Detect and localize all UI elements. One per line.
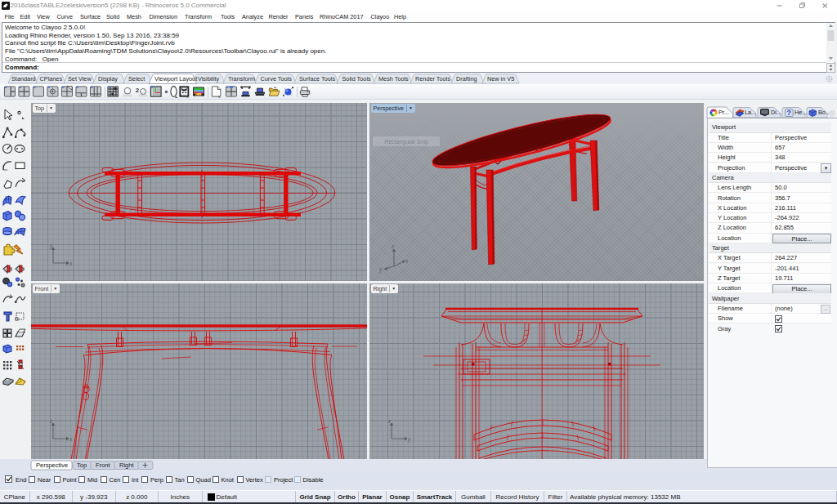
svg-text:Surface Tools: Surface Tools — [299, 75, 335, 83]
svg-text:x: x — [69, 261, 73, 266]
svg-text:z: z — [391, 243, 395, 249]
svg-text:Perspective: Perspective — [36, 462, 68, 469]
svg-text:Set View: Set View — [68, 75, 92, 83]
svg-text:y: y — [407, 436, 411, 443]
svg-text:Transform: Transform — [228, 75, 255, 83]
svg-text:Solid Tools: Solid Tools — [342, 75, 372, 83]
svg-text:Standard: Standard — [11, 75, 36, 83]
svg-text:Right: Right — [119, 462, 134, 469]
svg-text:La...: La... — [745, 109, 756, 116]
svg-text:Select: Select — [128, 75, 145, 83]
svg-text:x: x — [69, 436, 73, 442]
svg-text:Pr...: Pr... — [718, 109, 729, 116]
svg-text:?: ? — [786, 109, 790, 117]
svg-text:z: z — [387, 418, 392, 424]
svg-text:New in V5: New in V5 — [487, 75, 514, 83]
svg-text:He...: He... — [794, 109, 807, 116]
svg-text:Front: Front — [96, 462, 110, 469]
svg-text:Display: Display — [98, 75, 118, 83]
svg-text:Mesh Tools: Mesh Tools — [378, 75, 409, 83]
svg-text:z: z — [49, 418, 53, 424]
svg-text:CPlanes: CPlanes — [40, 75, 63, 83]
svg-text:Visibility: Visibility — [198, 75, 220, 83]
svg-text:x: x — [405, 258, 409, 264]
svg-text:Viewport Layout: Viewport Layout — [154, 75, 197, 83]
svg-text:Drafting: Drafting — [456, 75, 477, 83]
svg-text:Di...: Di... — [771, 109, 781, 116]
svg-text:2: 2 — [136, 87, 140, 94]
svg-text:Render Tools: Render Tools — [415, 75, 450, 83]
svg-text:Top: Top — [77, 462, 87, 469]
svg-text:Bo...: Bo... — [818, 109, 830, 116]
svg-text:y: y — [378, 266, 383, 273]
svg-text:Curve Tools: Curve Tools — [261, 75, 293, 83]
